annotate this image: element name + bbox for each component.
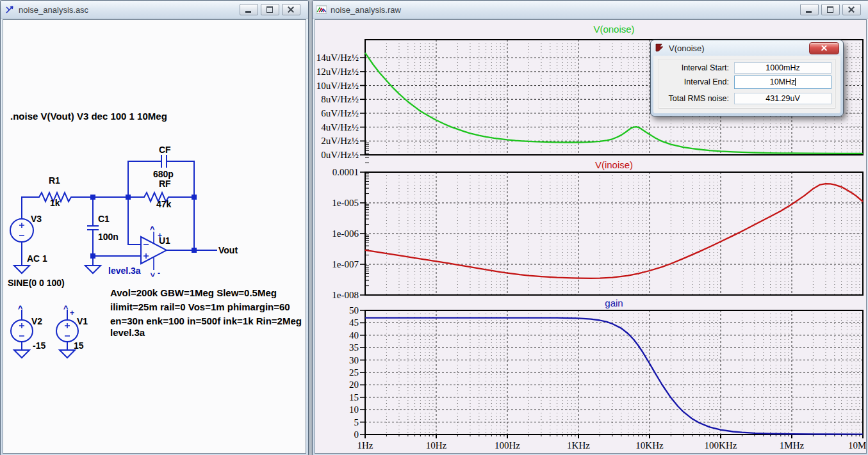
label-V3[interactable]: V3 xyxy=(31,214,42,224)
x-tick-label: 100Hz xyxy=(495,440,520,451)
spice-directive[interactable]: .noise V(Vout) V3 dec 100 1 10Meg xyxy=(10,111,167,122)
y-tick-label: 10 xyxy=(349,404,359,415)
pane-title[interactable]: V(inoise) xyxy=(595,159,633,170)
ground-symbol xyxy=(60,350,75,358)
y-tick-label: 20 xyxy=(349,379,359,390)
onoise-dialog: V(onoise) Interval Start: 1000mHz Interv… xyxy=(650,40,844,116)
y-tick-label: 8uV/Hz½ xyxy=(321,94,359,104)
y-tick-label: 25 xyxy=(349,367,359,378)
label-U1[interactable]: U1 xyxy=(159,235,170,246)
net-flag-icon: > xyxy=(61,305,70,310)
y-tick-label: 35 xyxy=(349,342,359,353)
minimize-button[interactable] xyxy=(240,4,258,15)
x-tick-label: 10KHz xyxy=(635,440,664,451)
y-tick-label: 14uV/Hz½ xyxy=(316,52,359,63)
y-tick-label: 6uV/Hz½ xyxy=(321,108,359,118)
value-V3-sine[interactable]: SINE(0 0 100) xyxy=(8,278,65,288)
restore-button[interactable] xyxy=(821,4,840,15)
restore-button[interactable] xyxy=(261,4,279,15)
interval-start-field[interactable]: 1000mHz xyxy=(734,62,831,74)
label-RF[interactable]: RF xyxy=(159,179,171,189)
opamp-params-line2[interactable]: ilimit=25m rail=0 Vos=1m phimargin=60 xyxy=(110,301,290,312)
x-tick-label: 1Hz xyxy=(357,440,373,451)
y-tick-label: 10uV/Hz½ xyxy=(316,81,359,91)
source-V3[interactable] xyxy=(10,219,33,242)
pane-title[interactable]: gain xyxy=(605,298,623,308)
value-V2[interactable]: -15 xyxy=(33,340,45,351)
restore-icon xyxy=(266,6,273,13)
opamp-params-line3[interactable]: en=30n enk=100 in=500f ink=1k Rin=2Meg xyxy=(110,315,302,326)
vminus-label: - xyxy=(158,269,160,278)
value-R1[interactable]: 1k xyxy=(50,198,60,208)
schematic-window-titlebar[interactable]: noise_analysis.asc xyxy=(1,1,308,19)
y-tick-label: 0 xyxy=(354,429,359,440)
net-flag-icon: > xyxy=(16,305,25,310)
waveform-window-title: noise_analysis.raw xyxy=(331,5,800,15)
interval-end-field[interactable]: 10MHz xyxy=(734,76,831,89)
y-tick-label: 1e-008 xyxy=(332,290,359,300)
y-tick-label: 12uV/Hz½ xyxy=(316,67,359,77)
y-tick-label: 4uV/Hz½ xyxy=(321,122,359,132)
close-button[interactable] xyxy=(282,4,300,15)
wire-inverting-input[interactable] xyxy=(128,197,141,244)
schematic-file-icon xyxy=(4,4,15,15)
net-flag-icon: > xyxy=(148,226,157,230)
schematic-drawing: .noise V(Vout) V3 dec 100 1 10Meg > xyxy=(3,20,306,454)
y-tick-label: 1e-007 xyxy=(332,259,359,269)
dialog-title: V(onoise) xyxy=(669,44,809,53)
label-R1[interactable]: R1 xyxy=(49,175,60,186)
x-tick-label: 1KHz xyxy=(567,440,590,451)
capacitor-C1[interactable] xyxy=(87,226,99,230)
pane-title[interactable]: V(onoise) xyxy=(593,24,634,35)
minimize-icon xyxy=(806,11,812,13)
value-C1[interactable]: 100n xyxy=(98,232,119,242)
dialog-close-button[interactable] xyxy=(809,42,839,54)
opamp-params-line1[interactable]: Avol=200k GBW=1Meg Slew=0.5Meg xyxy=(110,287,277,298)
label-V1[interactable]: V1 xyxy=(77,316,88,326)
y-tick-label: 15 xyxy=(349,392,359,403)
y-tick-label: 2uV/Hz½ xyxy=(321,136,359,146)
x-tick-label: 100KHz xyxy=(705,440,737,451)
source-polarity-marks xyxy=(19,323,24,336)
value-V1[interactable]: 15 xyxy=(74,340,84,351)
net-label-vout[interactable]: Vout xyxy=(218,245,238,255)
value-RF[interactable]: 47k xyxy=(156,199,172,209)
model-U1[interactable]: level.3a xyxy=(108,266,141,276)
total-rms-field[interactable]: 431.29uV xyxy=(734,93,831,104)
x-tick-label: 10Hz xyxy=(426,440,447,451)
waveform-window-titlebar[interactable]: noise_analysis.raw xyxy=(313,1,868,19)
interval-end-label: Interval End: xyxy=(661,77,734,86)
minimize-button[interactable] xyxy=(800,4,819,15)
close-button[interactable] xyxy=(842,4,861,15)
capacitor-CF[interactable] xyxy=(161,155,167,168)
dialog-titlebar[interactable]: V(onoise) xyxy=(651,40,843,56)
restore-icon xyxy=(827,6,833,13)
source-polarity-marks xyxy=(19,223,24,235)
value-CF[interactable]: 680p xyxy=(153,169,174,179)
x-tick-label: 1MHz xyxy=(780,440,805,451)
y-tick-label: 50 xyxy=(349,305,359,315)
x-tick-label: 10MHz xyxy=(848,440,867,451)
ground-symbol xyxy=(14,350,29,358)
dialog-body: Interval Start: 1000mHz Interval End: 10… xyxy=(653,56,840,113)
vplus-flag-label: + xyxy=(70,308,74,317)
y-tick-label: 0.0001 xyxy=(332,167,359,177)
net-flag-icon: > xyxy=(148,273,157,277)
y-tick-label: 0uV/Hz½ xyxy=(321,150,359,160)
label-C1[interactable]: C1 xyxy=(98,214,110,224)
interval-start-label: Interval Start: xyxy=(661,63,734,72)
y-tick-label: 45 xyxy=(349,317,359,328)
opamp-params-line4[interactable]: level.3a xyxy=(110,327,145,338)
opamp-plus-mark xyxy=(143,253,149,259)
minimize-icon xyxy=(245,11,251,13)
y-tick-label: 1e-006 xyxy=(332,228,359,239)
label-V2[interactable]: V2 xyxy=(31,316,42,326)
resistor-R1[interactable] xyxy=(34,193,128,202)
schematic-window: noise_analysis.asc .noise V(Vout) V3 dec… xyxy=(0,0,309,455)
ground-symbol xyxy=(14,266,29,273)
schematic-canvas[interactable]: .noise V(Vout) V3 dec 100 1 10Meg > xyxy=(3,19,306,454)
value-V3-ac[interactable]: AC 1 xyxy=(27,253,47,264)
label-CF[interactable]: CF xyxy=(159,145,171,155)
total-rms-label: Total RMS noise: xyxy=(661,94,734,103)
y-tick-label: 1e-005 xyxy=(332,198,359,208)
